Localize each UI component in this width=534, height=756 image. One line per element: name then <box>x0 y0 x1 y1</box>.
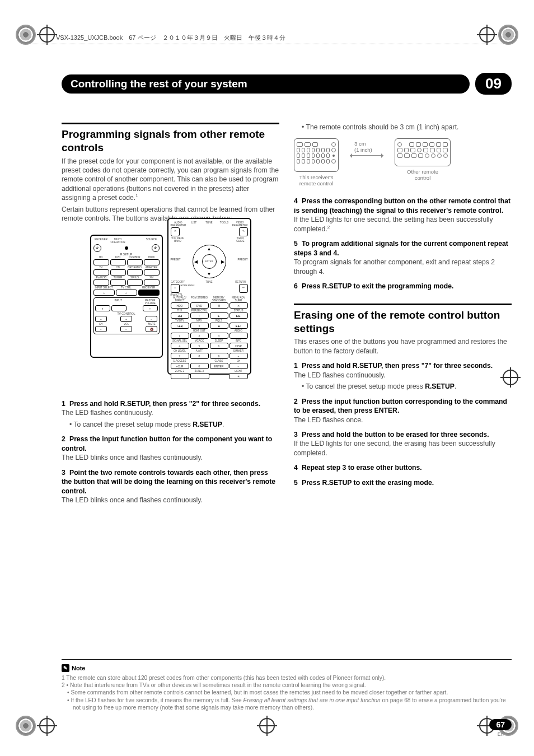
step-2-sub: The LED blinks once and flashes continuo… <box>62 453 279 462</box>
step-4: 4Press the corresponding button on the o… <box>294 197 512 215</box>
erase-step-4: 4Repeat step 3 to erase other buttons. <box>294 463 512 472</box>
reg-mark-tl <box>16 25 36 45</box>
step-1-sub: The LED flashes continuously. <box>62 408 279 417</box>
step-3-sub: The LED blinks once and flashes continuo… <box>62 496 279 505</box>
erase-step-1-bullet: To cancel the preset setup mode press R.… <box>299 382 512 391</box>
remote-left-half: RECEIVERMULTI OPERATIONSOURCE ⏻⏻ R.SETUP… <box>90 235 163 358</box>
crosshair-bl <box>39 718 55 734</box>
page-badge: 67 En <box>489 719 512 737</box>
section-heading-programming: Programming signals from other remote co… <box>62 128 279 155</box>
header-rule <box>21 44 513 44</box>
remote-distance-note: The remote controls should be 3 cm (1 in… <box>299 123 512 132</box>
chapter-number: 09 <box>475 73 512 95</box>
step-1: 1Press and hold R.SETUP, then press "2" … <box>62 399 279 408</box>
page-lang: En <box>489 731 512 737</box>
chapter-title-bar: Controlling the rest of your system 09 <box>62 73 512 95</box>
erasing-intro: This erases one of the buttons you have … <box>294 337 512 356</box>
section-heading-erasing: Erasing one of the remote control button… <box>294 309 512 335</box>
step-4-sub: If the LED lights for one second, the se… <box>294 215 512 234</box>
remote-illustration: RECEIVERMULTI OPERATIONSOURCE ⏻⏻ R.SETUP… <box>62 235 279 391</box>
right-column: The remote controls should be 3 cm (1 in… <box>294 123 512 506</box>
note-2b: • Some commands from other remote contro… <box>62 689 512 696</box>
erase-step-1-sub: The LED flashes continuously. <box>294 371 512 380</box>
chapter-title: Controlling the rest of your system <box>62 74 470 94</box>
step-5-sub: To program signals for another component… <box>294 258 512 276</box>
footnotes: ✎Note 1 The remote can store about 120 p… <box>62 659 512 711</box>
step-6: 6Press R.SETUP to exit the programming m… <box>294 282 512 291</box>
step-2: 2Press the input function button for the… <box>62 435 279 453</box>
note-1: 1 The remote can store about 120 preset … <box>62 674 512 682</box>
erase-step-2-sub: The LED flashes once. <box>294 416 512 424</box>
section-rule-2 <box>294 304 512 305</box>
step-1-bullet: To cancel the preset setup mode press R.… <box>67 420 279 429</box>
page-number: 67 <box>489 719 512 730</box>
note-label: Note <box>72 665 85 671</box>
erase-step-3-sub: If the LED lights for one second, the er… <box>294 439 512 458</box>
header-metadata: VSX-1325_UXJCB.book 67 ページ ２０１０年３月９日 火曜日… <box>56 34 285 42</box>
note-2c: • If the LED flashes for five seconds, i… <box>62 697 512 712</box>
distance-figure: This receiver'sremote control 3 cm(1 inc… <box>294 138 512 186</box>
erase-step-1: 1Press and hold R.SETUP, then press "7" … <box>294 361 512 370</box>
remote-right-half: AUDIO PARAMETERLISTTUNETOOLSVIDEO PARAME… <box>167 218 251 375</box>
note-2a: 2 • Note that interference from TVs or o… <box>62 682 512 689</box>
crosshair-tr <box>479 27 495 43</box>
section-rule <box>62 123 279 124</box>
reg-mark-tr <box>498 25 518 45</box>
reg-mark-bl <box>16 716 36 736</box>
step-3: 3Point the two remote controls towards e… <box>62 468 279 496</box>
erase-step-3: 3Press and hold the button to be erased … <box>294 430 512 439</box>
left-column: Programming signals from other remote co… <box>62 123 279 506</box>
step-5: 5To program additional signals for the c… <box>294 239 512 258</box>
page-content: Controlling the rest of your system 09 P… <box>62 73 512 700</box>
erase-step-2: 2Press the input function button corresp… <box>294 397 512 416</box>
crosshair-tl <box>39 27 55 43</box>
intro-para-1: If the preset code for your component is… <box>62 157 279 203</box>
note-icon: ✎ <box>62 664 69 672</box>
erase-step-5: 5Press R.SETUP to exit the erasing mode. <box>294 478 512 487</box>
crosshair-bm <box>259 718 275 734</box>
